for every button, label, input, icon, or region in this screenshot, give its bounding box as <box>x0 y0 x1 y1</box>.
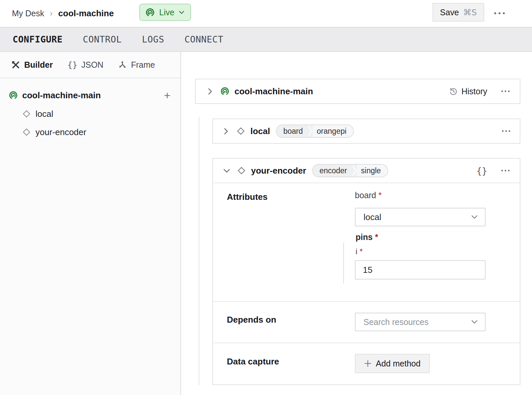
board-field-label: board* <box>355 191 382 200</box>
depends-on-heading: Depends on <box>227 315 276 325</box>
chevron-right-icon[interactable] <box>206 88 214 95</box>
view-json-button[interactable]: {} <box>476 166 487 176</box>
component-diamond-icon <box>22 127 31 137</box>
badge-type: board <box>277 125 307 137</box>
tree-item-your-encoder[interactable]: your-encoder <box>0 125 180 139</box>
config-mode-tabs: Builder {} JSON Frame <box>0 52 180 78</box>
resource-type-badge: board orangepi <box>276 124 354 138</box>
component-diamond-icon <box>237 166 246 175</box>
encoder-card: your-encoder encoder single {} Attribute… <box>212 158 520 385</box>
tools-icon <box>11 60 20 69</box>
tab-builder[interactable]: Builder <box>11 60 53 70</box>
tab-connect[interactable]: CONNECT <box>184 34 223 44</box>
save-button-label: Save <box>440 8 459 17</box>
tab-control[interactable]: CONTROL <box>83 34 122 44</box>
tab-json-label: JSON <box>81 60 103 70</box>
plus-icon <box>364 360 371 367</box>
card-menu-button[interactable] <box>501 90 510 92</box>
local-board-card: local board orangepi <box>212 118 520 144</box>
card-menu-button[interactable] <box>501 170 510 172</box>
local-board-card-header: local board orangepi <box>213 119 520 143</box>
data-capture-heading: Data capture <box>227 356 279 367</box>
i-field-label-text: i <box>356 247 357 256</box>
top-header: My Desk › cool-machine Live Save ⌘S <box>0 0 532 27</box>
header-overflow-menu-button[interactable] <box>491 7 508 19</box>
breadcrumb-current: cool-machine <box>58 8 114 19</box>
attributes-heading: Attributes <box>227 192 268 202</box>
viam-logo-icon <box>220 87 230 96</box>
required-asterisk: * <box>360 247 363 256</box>
pins-group-label-text: pins <box>356 232 372 242</box>
live-status-button[interactable]: Live <box>139 4 191 21</box>
machine-part-title: cool-machine-main <box>234 86 313 97</box>
encoder-title: your-encoder <box>251 166 306 176</box>
resource-type-badge: encoder single <box>312 164 388 177</box>
section-divider <box>213 301 520 302</box>
component-diamond-icon <box>236 126 245 136</box>
card-connector-line <box>199 117 199 385</box>
depends-on-placeholder: Search resources <box>364 317 429 327</box>
board-field-label-text: board <box>355 191 376 200</box>
badge-model: orangepi <box>313 125 353 137</box>
tab-builder-label: Builder <box>24 60 53 70</box>
frame-axes-icon <box>118 60 127 69</box>
add-method-button[interactable]: Add method <box>355 354 430 373</box>
braces-icon: {} <box>67 60 77 70</box>
machine-part-card-header: cool-machine-main History <box>196 79 520 103</box>
encoder-card-header: your-encoder encoder single {} <box>213 159 520 183</box>
breadcrumb: My Desk › cool-machine <box>12 0 114 27</box>
chevron-down-icon <box>471 215 478 219</box>
chevron-down-icon <box>179 11 184 14</box>
save-shortcut-hint: ⌘S <box>463 8 477 17</box>
machine-part-card: cool-machine-main History <box>195 79 520 104</box>
pins-group-label: pins* <box>356 232 378 242</box>
card-menu-button[interactable] <box>502 130 510 132</box>
badge-model: single <box>357 165 387 177</box>
i-field-label: i* <box>356 247 363 256</box>
chevron-right-icon[interactable] <box>222 128 230 135</box>
history-label: History <box>461 87 487 96</box>
chevron-down-icon[interactable] <box>223 169 230 173</box>
add-method-label: Add method <box>376 359 421 368</box>
component-diamond-icon <box>22 109 31 118</box>
depends-on-select[interactable]: Search resources <box>355 313 486 331</box>
section-divider <box>213 343 520 343</box>
i-field-input[interactable] <box>355 260 486 279</box>
page-tab-bar: CONFIGURE CONTROL LOGS CONNECT <box>0 27 532 52</box>
tree-item-label: your-encoder <box>35 127 86 137</box>
history-button[interactable]: History <box>449 87 487 96</box>
save-button[interactable]: Save ⌘S <box>432 3 484 22</box>
add-component-button[interactable]: + <box>164 90 170 101</box>
breadcrumb-separator: › <box>50 9 52 18</box>
tree-item-label: cool-machine-main <box>22 90 101 101</box>
tree-item-machine-part[interactable]: cool-machine-main + <box>0 88 180 102</box>
board-select-value: local <box>364 212 381 222</box>
tab-json[interactable]: {} JSON <box>67 60 103 70</box>
board-select[interactable]: local <box>355 208 486 226</box>
badge-divider <box>352 165 357 177</box>
badge-divider <box>307 125 313 137</box>
local-board-title: local <box>250 126 270 136</box>
history-clock-icon <box>449 87 458 96</box>
tree-item-label: local <box>35 109 53 119</box>
tree-item-local[interactable]: local <box>0 107 180 121</box>
required-asterisk: * <box>378 191 382 200</box>
badge-type: encoder <box>313 165 352 177</box>
viam-logo-icon <box>145 8 155 17</box>
pins-group-rule <box>343 243 344 283</box>
ellipsis-icon <box>494 12 505 15</box>
tab-frame-label: Frame <box>131 60 155 70</box>
required-asterisk: * <box>375 232 378 242</box>
live-status-label: Live <box>159 8 174 17</box>
tab-configure[interactable]: CONFIGURE <box>13 34 63 44</box>
tab-logs[interactable]: LOGS <box>142 34 164 44</box>
config-sidebar: Builder {} JSON Frame cool-machine-main <box>0 52 181 395</box>
viam-logo-icon <box>9 91 18 100</box>
breadcrumb-parent[interactable]: My Desk <box>12 9 44 18</box>
chevron-down-icon <box>471 320 478 324</box>
tab-frame[interactable]: Frame <box>118 60 155 70</box>
